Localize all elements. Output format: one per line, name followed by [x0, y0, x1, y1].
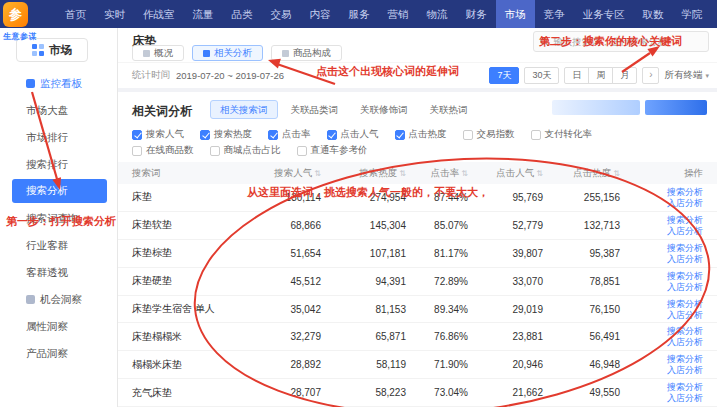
shop-analysis-link[interactable]: 入店分析 [667, 337, 703, 347]
tab-商品构成[interactable]: 商品构成 [271, 45, 342, 61]
column-header-搜索热度[interactable]: 搜索热度⇅ [327, 167, 412, 180]
checkbox-icon[interactable] [531, 130, 541, 140]
checkbox-icon[interactable] [132, 146, 142, 156]
sidebar-item-监控看板[interactable]: 监控看板 [0, 70, 117, 97]
nav-item-实时[interactable]: 实时 [95, 0, 134, 28]
column-header-点击人气[interactable]: 点击人气⇅ [474, 167, 549, 180]
search-analysis-link[interactable]: 搜索分析 [667, 215, 703, 225]
sidebar-item-客群透视[interactable]: 客群透视 [0, 259, 117, 286]
filter-搜索热度[interactable]: 搜索热度 [200, 128, 252, 141]
sidebar-item-市场排行[interactable]: 市场排行 [0, 124, 117, 151]
shop-analysis-link[interactable]: 入店分析 [667, 310, 703, 320]
nav-item-学院[interactable]: 学院 [673, 0, 712, 28]
sidebar-item-搜索词查询[interactable]: 搜索词查询 [0, 205, 117, 232]
nav-item-品类[interactable]: 品类 [223, 0, 262, 28]
checkbox-icon[interactable] [395, 130, 405, 140]
date-button-7天[interactable]: 7天 [489, 67, 519, 84]
sidebar-item-搜索排行[interactable]: 搜索排行 [0, 151, 117, 178]
sidebar-item-机会洞察[interactable]: 机会洞察 [0, 286, 117, 313]
sidebar-item-属性洞察[interactable]: 属性洞察 [0, 313, 117, 340]
search-analysis-link[interactable]: 搜索分析 [667, 299, 703, 309]
nav-item-业务专区[interactable]: 业务专区 [574, 0, 634, 28]
checkbox-icon[interactable] [297, 146, 307, 156]
filter-交易指数[interactable]: 交易指数 [463, 128, 515, 141]
nav-item-服务[interactable]: 服务 [340, 0, 379, 28]
filter-点击率[interactable]: 点击率 [268, 128, 311, 141]
column-header-点击热度[interactable]: 点击热度⇅ [549, 167, 626, 180]
period-button-周[interactable]: 周 [588, 67, 613, 84]
nav-item-财务[interactable]: 财务 [457, 0, 496, 28]
metric-filters-row1: 搜索人气搜索热度点击率点击人气点击热度交易指数支付转化率 [132, 128, 592, 141]
nav-item-流量[interactable]: 流量 [184, 0, 223, 28]
sidebar-item-label: 属性洞察 [26, 320, 68, 334]
nav-item-取数[interactable]: 取数 [634, 0, 673, 28]
period-button-月[interactable]: 月 [612, 67, 637, 84]
search-analysis-link[interactable]: 搜索分析 [667, 354, 703, 364]
nav-item-作战室[interactable]: 作战室 [134, 0, 184, 28]
shop-analysis-link[interactable]: 入店分析 [667, 254, 703, 264]
sidebar-item-产品洞察[interactable]: 产品洞察 [0, 340, 117, 367]
nav-item-营销[interactable]: 营销 [379, 0, 418, 28]
filter-点击热度[interactable]: 点击热度 [395, 128, 447, 141]
checkbox-icon[interactable] [132, 130, 142, 140]
sidebar-item-市场大盘[interactable]: 市场大盘 [0, 97, 117, 124]
search-analysis-link[interactable]: 搜索分析 [667, 271, 703, 281]
terminal-dropdown[interactable]: 所有终端 ▾ [664, 69, 709, 82]
filter-在线商品数[interactable]: 在线商品数 [132, 144, 194, 157]
search-analysis-link[interactable]: 搜索分析 [667, 243, 703, 253]
column-header-搜索人气[interactable]: 搜索人气⇅ [242, 167, 327, 180]
tab-概况[interactable]: 概况 [132, 45, 184, 61]
app-logo[interactable]: 参 生意参谋 [3, 2, 63, 42]
shop-analysis-link[interactable]: 入店分析 [667, 393, 703, 403]
chevron-down-icon: ▾ [705, 72, 709, 80]
tab-相关分析[interactable]: 相关分析 [192, 45, 263, 61]
shop-analysis-link[interactable]: 入店分析 [667, 198, 703, 208]
period-button-日[interactable]: 日 [564, 67, 589, 84]
filter-支付转化率[interactable]: 支付转化率 [531, 128, 593, 141]
sidebar-item-搜索分析[interactable]: 搜索分析 [12, 179, 107, 203]
checkbox-icon[interactable] [463, 130, 473, 140]
checkbox-icon[interactable] [268, 130, 278, 140]
checkbox-icon[interactable] [327, 130, 337, 140]
sidebar-item-label: 客群透视 [26, 266, 68, 280]
value-cell: 76.86% [412, 331, 474, 342]
tab-label: 商品构成 [293, 47, 331, 60]
filter-点击人气[interactable]: 点击人气 [327, 128, 379, 141]
sidebar: 市场 监控看板市场大盘市场排行搜索排行搜索分析搜索词查询行业客群客群透视机会洞察… [0, 28, 118, 407]
filter-商城点击占比[interactable]: 商城点击占比 [210, 144, 281, 157]
panel-tab-相关搜索词[interactable]: 相关搜索词 [210, 100, 278, 119]
filter-直通车参考价[interactable]: 直通车参考价 [297, 144, 368, 157]
shop-analysis-link[interactable]: 入店分析 [667, 282, 703, 292]
filter-搜索人气[interactable]: 搜索人气 [132, 128, 184, 141]
keyword-cell: 床垫 [118, 190, 242, 204]
nav-item-交易[interactable]: 交易 [262, 0, 301, 28]
panel-tab-关联热词[interactable]: 关联热词 [421, 100, 477, 119]
search-analysis-link[interactable]: 搜索分析 [667, 326, 703, 336]
action-cell: 搜索分析入店分析 [626, 326, 717, 347]
column-header-点击率[interactable]: 点击率⇅ [412, 167, 474, 180]
nav-item-物流[interactable]: 物流 [418, 0, 457, 28]
checkbox-icon[interactable] [210, 146, 220, 156]
date-button-30天[interactable]: 30天 [524, 67, 559, 84]
search-input[interactable] [553, 36, 702, 47]
shop-analysis-link[interactable]: 入店分析 [667, 365, 703, 375]
stats-bar: 统计时间 2019-07-20 ~ 2019-07-26 7天30天 日周月 ›… [118, 62, 717, 88]
panel-tab-关联修饰词[interactable]: 关联修饰词 [351, 100, 417, 119]
nav-item-内容[interactable]: 内容 [301, 0, 340, 28]
sort-icon: ⇅ [461, 169, 468, 178]
search-analysis-link[interactable]: 搜索分析 [667, 382, 703, 392]
sidebar-item-label: 搜索排行 [26, 158, 68, 172]
shop-analysis-link[interactable]: 入店分析 [667, 226, 703, 236]
value-cell: 45,512 [242, 276, 327, 287]
action-cell: 搜索分析入店分析 [626, 354, 717, 375]
next-period-button[interactable]: › [642, 67, 659, 84]
value-cell: 274,954 [327, 192, 412, 203]
value-cell: 107,181 [327, 248, 412, 259]
search-analysis-link[interactable]: 搜索分析 [667, 187, 703, 197]
nav-item-市场[interactable]: 市场 [496, 0, 535, 28]
sidebar-item-行业客群[interactable]: 行业客群 [0, 232, 117, 259]
panel-tab-关联品类词[interactable]: 关联品类词 [282, 100, 348, 119]
nav-item-竞争[interactable]: 竞争 [535, 0, 574, 28]
search-box [533, 31, 709, 52]
checkbox-icon[interactable] [200, 130, 210, 140]
